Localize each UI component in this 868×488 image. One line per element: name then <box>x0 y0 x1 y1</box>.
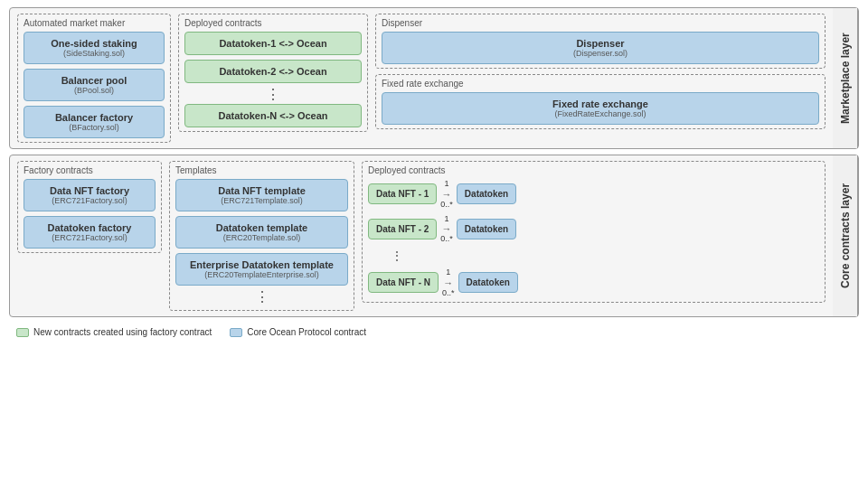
amm-section: Automated market maker One-sided staking… <box>17 14 171 143</box>
enterprise-template-sub: (ERC20TemplateEnterprise.sol) <box>185 270 338 279</box>
datatoken-factory-box: Datatoken factory (ERC721Factory.sol) <box>24 216 156 249</box>
deployed-bottom-section: Deployed contracts Data NFT - 1 1 → 0..*… <box>362 161 826 303</box>
fixed-rate-box: Fixed rate exchange (FixedRateExchange.s… <box>382 92 819 125</box>
data-nft-2-box: Data NFT - 2 <box>368 219 437 239</box>
templates-title: Templates <box>175 165 348 175</box>
data-nft-factory-box: Data NFT factory (ERC721Factory.sol) <box>24 179 156 211</box>
datatoken-template-sub: (ERC20Template.sol) <box>185 233 338 242</box>
deployed-top-section: Deployed contracts Datatoken-1 <-> Ocean… <box>178 14 368 132</box>
deployed-top-title: Deployed contracts <box>184 18 362 28</box>
fixed-rate-title: Fixed rate exchange <box>382 79 819 89</box>
data-nft-template-label: Data NFT template <box>185 185 338 196</box>
datatoken2-box: Datatoken-2 <-> Ocean <box>184 60 362 83</box>
deployed-bottom-dots: ⋮ <box>368 249 819 263</box>
deployed-top-dots: ⋮ <box>184 88 362 102</box>
marketplace-layer: Automated market maker One-sided staking… <box>9 7 859 149</box>
datatoken-template-box: Datatoken template (ERC20Template.sol) <box>175 216 348 249</box>
core-content: Factory contracts Data NFT factory (ERC7… <box>10 155 833 316</box>
dispenser-title: Dispenser <box>382 18 819 28</box>
dispenser-section: Dispenser Dispenser (Dispenser.sol) <box>375 14 826 69</box>
balancer-factory-sub: (BFactory.sol) <box>33 123 155 132</box>
data-nft-template-sub: (ERC721Template.sol) <box>185 196 338 205</box>
legend-blue-label: Core Ocean Protocol contract <box>247 327 366 337</box>
datatoken-template-label: Datatoken template <box>185 222 338 233</box>
datatoken-n-box: Datatoken <box>458 272 518 293</box>
dispenser-box: Dispenser (Dispenser.sol) <box>382 32 819 64</box>
one-sided-staking-box: One-sided staking (SideStaking.sol) <box>24 32 165 64</box>
dispenser-sub: (Dispenser.sol) <box>392 49 809 58</box>
fixed-rate-section: Fixed rate exchange Fixed rate exchange … <box>375 74 826 129</box>
fixed-rate-label: Fixed rate exchange <box>392 99 809 109</box>
datatoken-factory-label: Datatoken factory <box>33 222 146 233</box>
marketplace-content: Automated market maker One-sided staking… <box>10 8 833 148</box>
enterprise-template-box: Enterprise Datatoken template (ERC20Temp… <box>175 253 348 286</box>
arrow-1: → <box>442 189 452 200</box>
datatoken1-label: Datatoken-1 <-> Ocean <box>194 38 352 49</box>
one-sided-staking-label: One-sided staking <box>33 38 155 49</box>
legend-green-item: New contracts created using factory cont… <box>16 327 212 337</box>
data-nft-n-label: Data NFT - N <box>376 277 430 287</box>
arrow-2: → <box>442 223 452 234</box>
balancer-factory-box: Balancer factory (BFactory.sol) <box>24 106 165 138</box>
multiplicity-many-1: 0..* <box>440 200 453 210</box>
amm-title: Automated market maker <box>24 18 165 28</box>
legend-green-box <box>16 328 29 337</box>
templates-dots: ⋮ <box>175 290 348 305</box>
dispenser-column: Dispenser Dispenser (Dispenser.sol) Fixe… <box>375 14 826 129</box>
deployed-bottom-title: Deployed contracts <box>368 165 819 175</box>
multiplicity-one-1: 1 <box>445 179 449 189</box>
legend-blue-box <box>230 328 242 337</box>
datatoken-1-label: Datatoken <box>465 189 508 199</box>
data-nft-2-label: Data NFT - 2 <box>376 224 429 234</box>
data-nft-1-label: Data NFT - 1 <box>376 189 429 199</box>
multiplicity-many-n: 0..* <box>442 288 455 298</box>
data-nft-template-box: Data NFT template (ERC721Template.sol) <box>175 179 348 211</box>
core-contracts-layer: Factory contracts Data NFT factory (ERC7… <box>9 155 859 317</box>
datatokenN-label: Datatoken-N <-> Ocean <box>194 110 352 121</box>
fixed-rate-sub: (FixedRateExchange.sol) <box>392 109 809 118</box>
legend-blue-item: Core Ocean Protocol contract <box>230 327 366 337</box>
datatoken-factory-sub: (ERC721Factory.sol) <box>33 233 146 242</box>
data-nft-factory-label: Data NFT factory <box>33 185 146 196</box>
datatoken1-box: Datatoken-1 <-> Ocean <box>184 32 362 55</box>
nft-row-2: Data NFT - 2 1 → 0..* Datatoken <box>368 214 819 245</box>
balancer-pool-box: Balancer pool (BPool.sol) <box>24 69 165 101</box>
data-nft-factory-sub: (ERC721Factory.sol) <box>33 196 146 205</box>
data-nft-n-box: Data NFT - N <box>368 272 439 293</box>
main-container: Automated market maker One-sided staking… <box>9 7 859 340</box>
legend: New contracts created using factory cont… <box>9 324 859 340</box>
nft-row-1: Data NFT - 1 1 → 0..* Datatoken <box>368 179 819 210</box>
dispenser-label: Dispenser <box>392 38 809 49</box>
balancer-factory-label: Balancer factory <box>33 112 155 123</box>
datatoken2-label: Datatoken-2 <-> Ocean <box>194 66 352 77</box>
datatoken-1-box: Datatoken <box>457 183 516 204</box>
balancer-pool-label: Balancer pool <box>33 75 155 86</box>
core-layer-label: Core contracts layer <box>833 155 858 316</box>
legend-green-label: New contracts created using factory cont… <box>33 327 212 337</box>
multiplicity-one-n: 1 <box>446 267 450 277</box>
one-sided-staking-sub: (SideStaking.sol) <box>33 49 155 58</box>
nft-row-n: Data NFT - N 1 → 0..* Datatoken <box>368 267 819 298</box>
arrow-n: → <box>443 277 453 288</box>
factory-section: Factory contracts Data NFT factory (ERC7… <box>17 161 162 253</box>
data-nft-1-box: Data NFT - 1 <box>368 183 437 204</box>
datatoken-2-label: Datatoken <box>465 224 508 234</box>
multiplicity-one-2: 1 <box>445 214 449 224</box>
datatokenN-box: Datatoken-N <-> Ocean <box>184 104 362 127</box>
datatoken-2-box: Datatoken <box>457 219 516 239</box>
datatoken-n-label: Datatoken <box>467 277 510 287</box>
factory-title: Factory contracts <box>24 165 156 175</box>
marketplace-layer-label: Marketplace layer <box>833 8 858 148</box>
balancer-pool-sub: (BPool.sol) <box>33 86 155 95</box>
enterprise-template-label: Enterprise Datatoken template <box>185 259 338 270</box>
multiplicity-many-2: 0..* <box>440 234 453 244</box>
templates-section: Templates Data NFT template (ERC721Templ… <box>169 161 354 311</box>
